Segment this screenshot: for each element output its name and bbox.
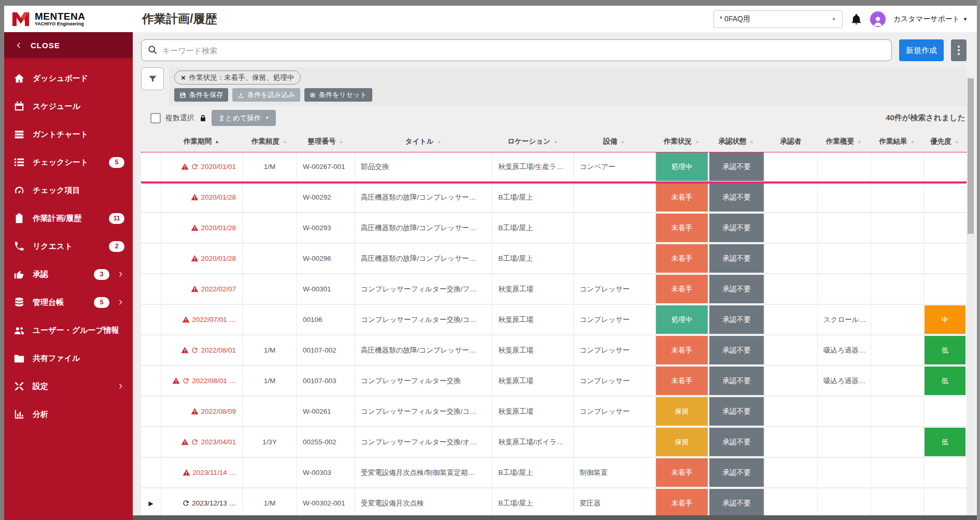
sidebar-item-12[interactable]: 設定 bbox=[4, 372, 133, 400]
notification-bell-icon[interactable] bbox=[850, 13, 862, 25]
sidebar-item-4[interactable]: チェックシート5 bbox=[4, 148, 133, 176]
col-header-result[interactable]: 作業結果▲ bbox=[871, 137, 923, 146]
sort-arrow-icon[interactable]: ▲ bbox=[911, 139, 915, 144]
cell-freq bbox=[242, 244, 297, 273]
multi-select-label: 複数選択 bbox=[165, 114, 194, 123]
col-header-label: 承認状態 bbox=[719, 137, 747, 146]
table-row[interactable]: 2022/02/07W-00301コンプレッサーフィルター交換/フ…秋葉原工場コ… bbox=[141, 274, 967, 305]
cell-period: 2020/01/28 bbox=[161, 182, 242, 212]
bulk-action-button[interactable]: まとめて操作 ▼ bbox=[212, 110, 276, 126]
sort-arrow-icon[interactable]: ▲ bbox=[621, 139, 625, 144]
sidebar-item-1[interactable]: ダッシュボード bbox=[4, 64, 133, 92]
sort-arrow-icon[interactable]: ▲ bbox=[750, 139, 754, 144]
work-period-date: 2020/01/28 bbox=[201, 193, 236, 201]
cell-period: 2022/08/01 bbox=[161, 335, 242, 365]
table-row[interactable]: 2020/01/011/MW-00267-001部品交換秋葉原工場/生産ラ…コン… bbox=[141, 152, 967, 182]
col-header-period[interactable]: 作業期間▲ bbox=[161, 137, 242, 146]
status-badge: 未着手 bbox=[656, 183, 708, 212]
vertical-scrollbar[interactable] bbox=[968, 78, 974, 515]
user-name: カスタマーサポート bbox=[893, 15, 960, 24]
user-avatar[interactable] bbox=[870, 11, 886, 27]
col-header-approver[interactable]: 承認者 bbox=[764, 137, 817, 146]
sort-arrow-icon[interactable]: ▲ bbox=[955, 139, 959, 144]
table-row[interactable]: 2022/08/09W-00261コンプレッサーフィルター交換/コ…秋葉原工場コ… bbox=[141, 397, 967, 427]
cell-equipment: コンプレッサー bbox=[573, 366, 655, 396]
sort-arrow-icon[interactable]: ▲ bbox=[437, 139, 442, 144]
sidebar-close-button[interactable]: CLOSE bbox=[4, 32, 133, 58]
cell-approver bbox=[764, 213, 817, 243]
col-header-approval[interactable]: 承認状態▲ bbox=[708, 137, 764, 146]
status-badge: 未着手 bbox=[656, 336, 708, 364]
filter-section: × 作業状況：未着手、保留、処理中 条件を保存 条件を読み込み bbox=[141, 67, 967, 106]
col-header-title[interactable]: タイトル▲ bbox=[355, 137, 492, 146]
sort-arrow-icon[interactable]: ▲ bbox=[215, 139, 219, 144]
table-row[interactable]: 2022/08/011/M00107-002高圧機器類の故障/コンプレッサー…秋… bbox=[141, 335, 967, 366]
table-row[interactable]: 2020/01/28W-00296高圧機器類の故障/コンプレッサー…B工場/屋上… bbox=[141, 244, 967, 274]
expand-row-icon[interactable]: ▶ bbox=[148, 500, 153, 507]
multi-select-checkbox[interactable] bbox=[150, 113, 161, 123]
workspace-select[interactable]: * 0FAQ用 ▼ bbox=[713, 10, 843, 28]
sort-arrow-icon[interactable]: ▲ bbox=[553, 139, 558, 144]
cell-period: 2020/01/01 bbox=[161, 152, 242, 181]
save-conditions-button[interactable]: 条件を保存 bbox=[174, 88, 228, 102]
col-header-status[interactable]: 作業状況▲ bbox=[655, 137, 708, 146]
priority-badge: 中 bbox=[925, 305, 965, 334]
status-badge: 未着手 bbox=[656, 458, 708, 487]
more-options-kebab-button[interactable] bbox=[951, 39, 967, 61]
sidebar-item-5[interactable]: チェック項目 bbox=[4, 176, 133, 204]
cell-approver bbox=[764, 305, 817, 334]
sidebar-item-label: リクエスト bbox=[33, 242, 73, 251]
user-menu[interactable]: カスタマーサポート ▼ bbox=[893, 15, 968, 24]
cell-location: 秋葉原工場 bbox=[492, 274, 573, 304]
col-header-equipment[interactable]: 設備▲ bbox=[573, 137, 655, 146]
table-row[interactable]: 2020/01/28W-00293高圧機器類の故障/コンプレッサー…B工場/屋上… bbox=[141, 213, 967, 244]
col-header-label: タイトル bbox=[405, 137, 433, 146]
cell-priority bbox=[923, 152, 966, 181]
cell-priority: 中 bbox=[923, 305, 966, 334]
sidebar-item-8[interactable]: 承認3 bbox=[4, 260, 133, 288]
cell-equipment bbox=[573, 244, 655, 273]
col-header-summary[interactable]: 作業概要▲ bbox=[817, 137, 871, 146]
col-header-number[interactable]: 整理番号▲ bbox=[297, 137, 355, 146]
sidebar-item-9[interactable]: 管理台帳5 bbox=[4, 288, 133, 316]
sort-arrow-icon[interactable]: ▲ bbox=[695, 139, 699, 144]
search-input[interactable] bbox=[141, 39, 892, 61]
cell-priority bbox=[923, 213, 966, 243]
status-badge: 未着手 bbox=[656, 214, 708, 242]
col-header-freq[interactable]: 作業頻度▲ bbox=[242, 137, 297, 146]
create-new-button[interactable]: 新規作成 bbox=[899, 39, 944, 61]
cell-freq bbox=[242, 213, 297, 243]
cell-period: 2022/02/07 bbox=[161, 274, 242, 304]
sidebar-item-10[interactable]: ユーザー・グループ情報 bbox=[4, 316, 133, 344]
filter-funnel-button[interactable] bbox=[141, 67, 164, 90]
cell-expand bbox=[141, 305, 161, 334]
cell-number: 00255-002 bbox=[297, 427, 355, 457]
sidebar-item-3[interactable]: ガントチャート bbox=[4, 120, 133, 148]
table-row[interactable]: 2022/08/01 …1/M00107-003コンプレッサーフィルター交換秋葉… bbox=[141, 366, 967, 397]
sidebar-item-6[interactable]: 作業計画/履歴11 bbox=[4, 204, 133, 232]
sort-arrow-icon[interactable]: ▲ bbox=[339, 139, 344, 144]
vertical-scrollbar-thumb[interactable] bbox=[968, 78, 974, 234]
load-conditions-button[interactable]: 条件を読み込み bbox=[232, 88, 300, 102]
remove-filter-icon[interactable]: × bbox=[181, 73, 186, 82]
sidebar-item-2[interactable]: スケジュール bbox=[4, 92, 133, 120]
table-row[interactable]: 2020/01/28W-00292高圧機器類の故障/コンプレッサー…B工場/屋上… bbox=[141, 182, 967, 213]
sort-arrow-icon[interactable]: ▲ bbox=[857, 139, 862, 144]
table-row[interactable]: ▶2023/12/13 …1/MW-00302-001受変電設備月次点検B工場/… bbox=[141, 488, 967, 519]
active-filter-chip[interactable]: × 作業状況：未着手、保留、処理中 bbox=[174, 71, 301, 85]
brand-logo[interactable]: MENTENA YACHIYO Engineering bbox=[4, 6, 133, 32]
table-row[interactable]: 2023/04/011/3Y00255-002コンプレッサーフィルター交換/オ…… bbox=[141, 427, 967, 458]
cell-location: B工場/屋上 bbox=[492, 182, 573, 212]
col-header-priority[interactable]: 優先度▲ bbox=[923, 137, 966, 146]
horizontal-scrollbar[interactable] bbox=[133, 515, 977, 520]
cell-freq bbox=[242, 274, 297, 304]
sidebar-item-13[interactable]: 分析 bbox=[4, 400, 133, 428]
status-badge: 保留 bbox=[656, 428, 708, 456]
table-row[interactable]: 2022/07/01 …00106コンプレッサーフィルター交換/コ…秋葉原工場コ… bbox=[141, 305, 967, 335]
sidebar-item-7[interactable]: リクエスト2 bbox=[4, 232, 133, 260]
reset-conditions-button[interactable]: ⊗ 条件をリセット bbox=[304, 88, 372, 102]
sidebar-item-11[interactable]: 共有ファイル bbox=[4, 344, 133, 372]
table-row[interactable]: 2023/11/14 …W-00303受変電設備月次点検/制御装置定期…B工場/… bbox=[141, 458, 967, 488]
sort-arrow-icon[interactable]: ▲ bbox=[283, 139, 287, 144]
col-header-location[interactable]: ロケーション▲ bbox=[492, 137, 573, 146]
